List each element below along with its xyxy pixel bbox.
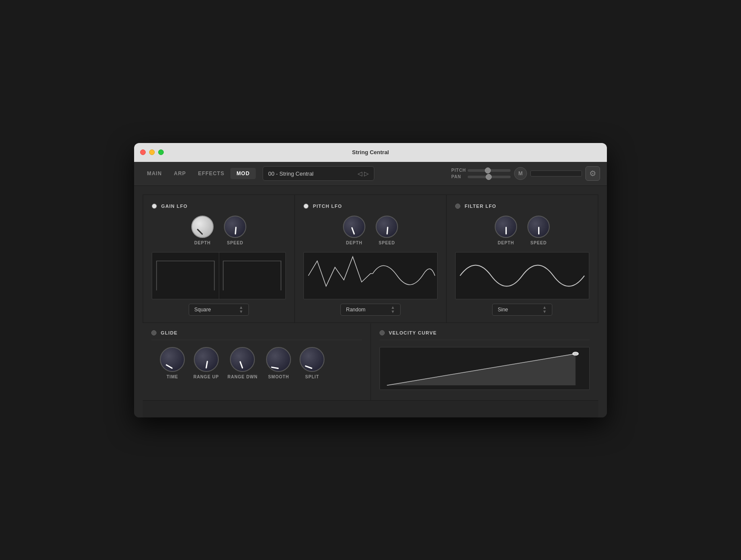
gain-lfo-title: GAIN LFO (161, 204, 187, 209)
filter-speed-container: SPEED (527, 216, 550, 245)
pitch-lfo-panel: PITCH LFO DEPTH SPEED (295, 195, 446, 323)
maximize-button[interactable] (158, 149, 164, 155)
filter-lfo-header: FILTER LFO (455, 204, 589, 209)
range-up-knob[interactable] (194, 347, 219, 372)
time-indicator (165, 364, 173, 369)
range-up-container: RANGE UP (193, 347, 219, 379)
pitch-label: PITCH (451, 168, 464, 173)
level-bar (530, 170, 582, 177)
pitch-speed-knob[interactable] (376, 216, 398, 238)
pitch-slider[interactable] (468, 169, 511, 172)
filter-waveform-arrows: ▲ ▼ (542, 305, 547, 314)
filter-waveform-svg (456, 253, 589, 299)
pitch-lfo-title: PITCH LFO (313, 204, 342, 209)
filter-depth-container: DEPTH (495, 216, 517, 245)
filter-depth-label: DEPTH (498, 240, 514, 245)
split-knob[interactable] (300, 347, 325, 372)
gain-waveform-dropdown[interactable]: Square ▲ ▼ (189, 304, 249, 316)
preset-selector[interactable]: 00 - String Central ◁ ▷ (263, 166, 374, 181)
preset-area: 00 - String Central ◁ ▷ (263, 166, 443, 181)
pitch-thumb (485, 167, 491, 173)
pan-slider[interactable] (468, 176, 511, 178)
filter-waveform-value: Sine (498, 307, 508, 313)
pitch-depth-knob[interactable] (343, 216, 365, 238)
glide-knobs: TIME RANGE UP RANGE DWN (151, 347, 362, 379)
gain-lfo-panel: GAIN LFO DEPTH SPEED (143, 195, 294, 323)
pitch-speed-indicator (386, 226, 389, 234)
gain-waveform-divider (219, 253, 219, 299)
preset-next[interactable]: ▷ (364, 170, 369, 177)
velocity-curve (380, 347, 590, 390)
gain-speed-label: SPEED (227, 240, 243, 245)
split-label: SPLIT (305, 374, 319, 379)
pitch-pan-area: PITCH PAN (451, 168, 511, 179)
gain-waveform-value: Square (194, 307, 211, 313)
range-dwn-indicator (239, 361, 243, 368)
pitch-waveform-dropdown[interactable]: Random ▲ ▼ (340, 304, 401, 316)
pitch-row: PITCH (451, 168, 511, 173)
velocity-curve-svg (380, 347, 590, 390)
tab-arp[interactable]: ARP (168, 168, 192, 179)
velocity-indicator[interactable] (380, 330, 385, 335)
pitch-depth-label: DEPTH (346, 240, 362, 245)
main-content: GAIN LFO DEPTH SPEED (134, 186, 607, 417)
pitch-lfo-knobs: DEPTH SPEED (303, 216, 438, 245)
settings-button[interactable]: ⚙ (585, 166, 600, 181)
filter-waveform-dropdown[interactable]: Sine ▲ ▼ (492, 304, 552, 316)
glide-panel: GLIDE TIME RANGE UP (143, 323, 370, 400)
pitch-waveform-value: Random (346, 307, 365, 313)
split-container: SPLIT (300, 347, 325, 379)
pitch-waveform-svg (304, 253, 437, 299)
pan-row: PAN (451, 174, 511, 179)
footer-bar (143, 400, 598, 417)
gain-depth-label: DEPTH (194, 240, 211, 245)
time-label: TIME (166, 374, 178, 379)
smooth-knob[interactable] (266, 347, 291, 372)
time-knob[interactable] (160, 347, 185, 372)
gain-speed-indicator (235, 226, 237, 234)
minimize-button[interactable] (149, 149, 155, 155)
preset-name: 00 - String Central (268, 170, 314, 177)
preset-arrows: ◁ ▷ (358, 170, 369, 177)
glide-indicator[interactable] (151, 330, 156, 335)
pitch-waveform-arrows: ▲ ▼ (391, 305, 395, 314)
filter-speed-knob[interactable] (527, 216, 550, 238)
window-title: String Central (352, 149, 389, 155)
gain-lfo-header: GAIN LFO (152, 204, 286, 209)
tab-effects[interactable]: EFFECTS (192, 168, 230, 179)
filter-lfo-knobs: DEPTH SPEED (455, 216, 589, 245)
traffic-lights (140, 149, 164, 155)
filter-depth-indicator (505, 227, 507, 234)
gain-depth-knob[interactable] (191, 216, 214, 238)
title-bar: String Central (134, 143, 607, 162)
nav-bar: MAIN ARP EFFECTS MOD 00 - String Central… (134, 162, 607, 186)
svg-point-2 (573, 352, 578, 355)
glide-title: GLIDE (161, 330, 178, 335)
smooth-label: SMOOTH (268, 374, 289, 379)
gain-lfo-indicator[interactable] (152, 204, 157, 209)
filter-depth-knob[interactable] (495, 216, 517, 238)
range-dwn-knob[interactable] (230, 347, 255, 372)
tab-mod[interactable]: MOD (230, 168, 256, 179)
range-up-indicator (205, 361, 208, 368)
tab-main[interactable]: MAIN (141, 168, 168, 179)
time-container: TIME (160, 347, 185, 379)
velocity-panel: VELOCITY CURVE (371, 323, 599, 400)
pan-thumb (486, 174, 492, 180)
nav-right: PITCH PAN M ⚙ (443, 166, 600, 181)
filter-lfo-indicator[interactable] (455, 204, 460, 209)
gain-lfo-knobs: DEPTH SPEED (152, 216, 286, 245)
pitch-speed-container: SPEED (376, 216, 398, 245)
preset-prev[interactable]: ◁ (358, 170, 362, 177)
velocity-header: VELOCITY CURVE (380, 330, 590, 340)
pitch-lfo-indicator[interactable] (303, 204, 309, 209)
gain-waveform-arrows: ▲ ▼ (239, 305, 243, 314)
filter-lfo-title: FILTER LFO (465, 204, 496, 209)
close-button[interactable] (140, 149, 146, 155)
range-dwn-container: RANGE DWN (227, 347, 257, 379)
gain-speed-knob[interactable] (224, 216, 246, 238)
gain-waveform (152, 252, 286, 299)
range-dwn-label: RANGE DWN (227, 374, 257, 379)
m-button[interactable]: M (514, 167, 527, 180)
glide-header: GLIDE (151, 330, 362, 340)
